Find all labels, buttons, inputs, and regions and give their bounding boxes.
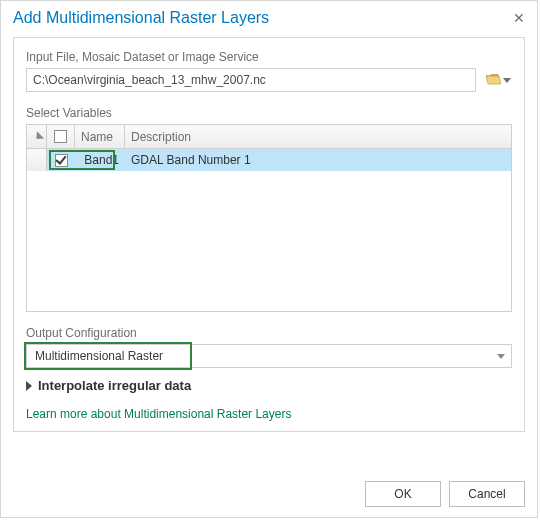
content-panel: Input File, Mosaic Dataset or Image Serv… <box>13 37 525 432</box>
folder-open-icon <box>485 73 501 87</box>
dialog-title: Add Multidimensional Raster Layers <box>13 9 269 27</box>
titlebar: Add Multidimensional Raster Layers ✕ <box>1 1 537 37</box>
table-header: Name Description <box>27 125 511 149</box>
dialog-footer: OK Cancel <box>365 481 525 507</box>
output-config-label: Output Configuration <box>26 326 512 340</box>
chevron-down-icon <box>503 78 511 83</box>
input-file-row <box>26 68 512 92</box>
select-variables-label: Select Variables <box>26 106 512 120</box>
row-checkbox-cell[interactable] <box>47 149 75 171</box>
dialog-window: Add Multidimensional Raster Layers ✕ Inp… <box>0 0 538 518</box>
row-description-cell: GDAL Band Number 1 <box>125 149 511 171</box>
input-file-label: Input File, Mosaic Dataset or Image Serv… <box>26 50 512 64</box>
description-column-header[interactable]: Description <box>125 125 511 148</box>
variables-table: Name Description Band1 GDAL Band Number … <box>26 124 512 312</box>
row-name-cell: Band1 <box>75 149 125 171</box>
cancel-button[interactable]: Cancel <box>449 481 525 507</box>
table-row[interactable]: Band1 GDAL Band Number 1 <box>27 149 511 171</box>
output-config-select[interactable]: Multidimensional Raster <box>26 344 512 368</box>
output-config-value: Multidimensional Raster <box>35 349 163 363</box>
input-file-field[interactable] <box>26 68 476 92</box>
browse-button[interactable] <box>484 70 512 90</box>
ok-button[interactable]: OK <box>365 481 441 507</box>
interpolate-expander[interactable]: Interpolate irregular data <box>26 378 512 393</box>
learn-more-link[interactable]: Learn more about Multidimensional Raster… <box>26 407 512 421</box>
expand-column-header[interactable] <box>27 125 47 148</box>
checkbox-column-header[interactable] <box>47 125 75 148</box>
chevron-down-icon <box>497 354 505 359</box>
chevron-right-icon <box>26 381 32 391</box>
output-config-group: Output Configuration Multidimensional Ra… <box>26 326 512 368</box>
row-checkbox[interactable] <box>55 154 68 167</box>
interpolate-label: Interpolate irregular data <box>38 378 191 393</box>
close-icon[interactable]: ✕ <box>511 10 527 26</box>
row-expand-cell[interactable] <box>27 149 47 171</box>
name-column-header[interactable]: Name <box>75 125 125 148</box>
